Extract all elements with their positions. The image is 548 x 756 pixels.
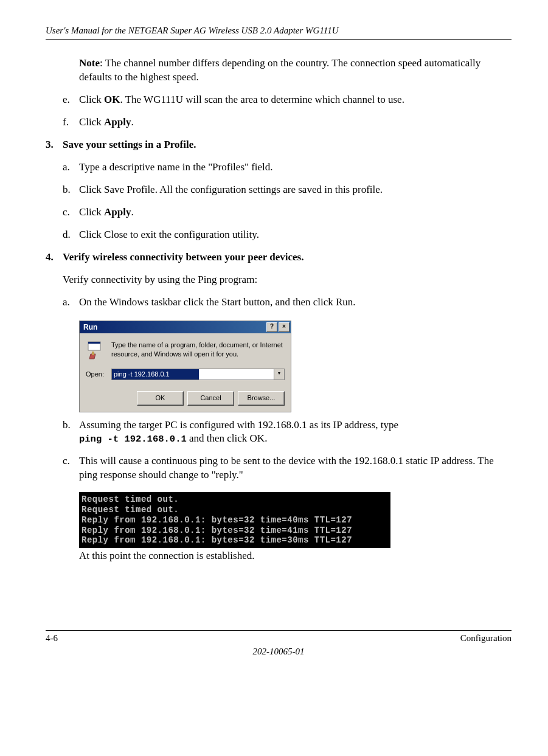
step-4-text: Verify wireless connectivity between you… [63, 251, 303, 265]
step-f-pre: Click [79, 116, 104, 128]
run-input[interactable]: ping -t 192.168.0.1 [112, 369, 199, 380]
help-button[interactable]: ? [266, 322, 277, 332]
step-3-num: 3. [46, 138, 63, 152]
step-4a-letter: a. [63, 296, 79, 310]
step-e-pre: Click [79, 94, 104, 105]
step-f-text: Click Apply. [79, 116, 134, 130]
note-paragraph: Note: The channel number differs dependi… [79, 57, 512, 85]
run-open-label: Open: [86, 370, 111, 379]
page-header: User's Manual for the NETGEAR Super AG W… [46, 24, 512, 40]
step-3a-text: Type a descriptive name in the "Profiles… [79, 161, 273, 175]
step-3d: d. Click Close to exit the configuration… [63, 228, 512, 242]
run-buttons: OK Cancel Browse... [86, 391, 285, 406]
section-name: Configuration [460, 632, 512, 644]
step-4-intro: Verify connectivity by using the Ping pr… [63, 273, 512, 287]
run-open-row: Open: ping -t 192.168.0.1 ▾ [86, 369, 285, 380]
step-e-bold: OK [104, 94, 120, 105]
footer-line: 4-6 Configuration [46, 630, 512, 644]
run-title: Run [83, 322, 265, 332]
note-label: Note [79, 57, 100, 69]
step-3: 3. Save your settings in a Profile. [46, 138, 512, 152]
step-4a-text: On the Windows taskbar click the Start b… [79, 296, 356, 310]
step-3b-letter: b. [63, 183, 79, 197]
step-4b-mono: ping -t 192.168.0.1 [79, 434, 187, 445]
step-f-post: . [131, 116, 134, 128]
step-e-text: Click OK. The WG111U will scan the area … [79, 93, 404, 107]
note-text: : The channel number differs depending o… [79, 57, 480, 83]
step-3a: a. Type a descriptive name in the "Profi… [63, 161, 512, 175]
step-3c-letter: c. [63, 206, 79, 220]
step-4a: a. On the Windows taskbar click the Star… [63, 296, 512, 310]
run-titlebar: Run ? × [80, 321, 291, 333]
step-3a-letter: a. [63, 161, 79, 175]
step-4b-letter: b. [63, 418, 79, 446]
run-dialog: Run ? × Type the name of a program, fold… [79, 321, 291, 412]
step-4b-text: Assuming the target PC is configured wit… [79, 418, 398, 446]
svg-rect-2 [92, 352, 94, 355]
doc-number: 202-10065-01 [46, 645, 512, 657]
step-3c-text: Click Apply. [79, 206, 134, 220]
cancel-button[interactable]: Cancel [187, 391, 234, 406]
close-button[interactable]: × [279, 322, 290, 332]
step-3c-pre: Click [79, 206, 104, 218]
page-footer: 4-6 Configuration 202-10065-01 [46, 630, 512, 658]
step-4b: b. Assuming the target PC is configured … [63, 418, 512, 446]
step-3c-post: . [131, 206, 134, 218]
step-4: 4. Verify wireless connectivity between … [46, 251, 512, 265]
run-input-combo[interactable]: ping -t 192.168.0.1 ▾ [111, 369, 285, 380]
after-terminal-text: At this point the connection is establis… [79, 549, 512, 563]
step-4c-letter: c. [63, 454, 79, 482]
step-3c-bold: Apply [104, 206, 131, 218]
step-f-letter: f. [63, 116, 79, 130]
run-input-rest [199, 369, 274, 380]
run-app-icon [86, 341, 105, 360]
step-e: e. Click OK. The WG111U will scan the ar… [63, 93, 512, 107]
step-f-bold: Apply [104, 116, 131, 128]
step-e-post: . The WG111U will scan the area to deter… [120, 94, 404, 105]
step-f: f. Click Apply. [63, 116, 512, 130]
step-3b: b. Click Save Profile. All the configura… [63, 183, 512, 197]
terminal-output: Request timed out. Request timed out. Re… [79, 492, 390, 548]
step-3d-letter: d. [63, 228, 79, 242]
step-4-num: 4. [46, 251, 63, 265]
run-desc-row: Type the name of a program, folder, docu… [86, 341, 285, 360]
step-3d-text: Click Close to exit the configuration ut… [79, 228, 259, 242]
ok-button[interactable]: OK [137, 391, 184, 406]
step-e-letter: e. [63, 93, 79, 107]
svg-rect-1 [88, 342, 100, 344]
step-4c-text: This will cause a continuous ping to be … [79, 454, 512, 482]
step-4b-pre: Assuming the target PC is configured wit… [79, 419, 398, 431]
step-4b-post: and then click OK. [187, 432, 268, 444]
dropdown-icon[interactable]: ▾ [274, 369, 284, 380]
page-number: 4-6 [46, 632, 58, 644]
run-body: Type the name of a program, folder, docu… [80, 333, 291, 412]
step-4c: c. This will cause a continuous ping to … [63, 454, 512, 482]
step-3b-text: Click Save Profile. All the configuratio… [79, 183, 383, 197]
browse-button[interactable]: Browse... [238, 391, 285, 406]
run-desc: Type the name of a program, folder, docu… [111, 341, 285, 359]
step-3-text: Save your settings in a Profile. [63, 138, 196, 152]
step-3c: c. Click Apply. [63, 206, 512, 220]
